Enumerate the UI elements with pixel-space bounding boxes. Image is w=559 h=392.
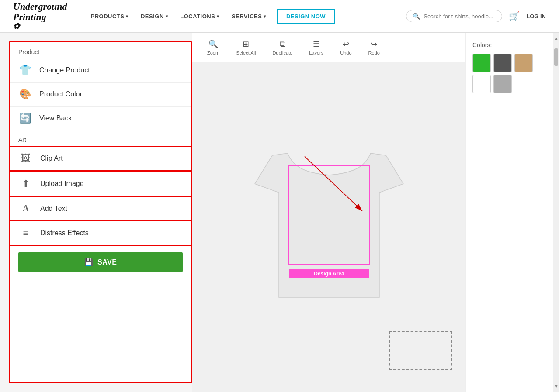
colors-label: Colors: xyxy=(472,41,546,48)
main-layout: Product 👕 Change Product 🎨 Product Color… xyxy=(0,33,559,392)
nav-services[interactable]: SERVICES ▾ xyxy=(226,0,272,33)
toolbar: 🔍 Zoom ⊞ Select All ⧉ Duplicate ☰ Layers… xyxy=(192,33,465,62)
header: Underground Printing ✿ PRODUCTS ▾ DESIGN… xyxy=(0,0,559,33)
save-icon: 💾 xyxy=(84,258,94,266)
text-icon: A xyxy=(19,203,32,213)
chevron-down-icon: ▾ xyxy=(217,14,219,19)
save-button[interactable]: 💾 SAVE xyxy=(18,252,183,272)
colors-panel: Colors: xyxy=(465,33,553,392)
scroll-thumb[interactable] xyxy=(554,48,558,66)
sidebar-item-add-text[interactable]: A Add Text xyxy=(10,196,191,220)
select-all-icon: ⊞ xyxy=(243,39,249,49)
toolbar-layers[interactable]: ☰ Layers xyxy=(303,37,330,58)
change-product-label: Change Product xyxy=(39,66,90,74)
color-swatch-light-gray[interactable] xyxy=(493,75,512,93)
main-nav: PRODUCTS ▾ DESIGN ▾ LOCATIONS ▾ SERVICES… xyxy=(84,0,272,33)
sidebar-item-distress-effects[interactable]: ≡ Distress Effects xyxy=(10,220,191,246)
art-section-label: Art xyxy=(10,130,191,146)
toolbar-select-all[interactable]: ⊞ Select All xyxy=(230,37,262,58)
scroll-track[interactable] xyxy=(553,44,559,381)
search-box[interactable]: 🔍 xyxy=(406,10,502,22)
redo-icon: ↪ xyxy=(371,39,377,49)
upload-image-label: Upload Image xyxy=(40,180,84,188)
search-icon: 🔍 xyxy=(413,13,420,20)
scroll-down-button[interactable]: ▼ xyxy=(551,381,559,392)
header-right: 🔍 🛒 LOG IN xyxy=(406,10,546,22)
view-back-label: View Back xyxy=(39,114,72,122)
tshirt-icon: 👕 xyxy=(18,65,31,76)
color-swatch-white[interactable] xyxy=(472,75,491,93)
design-area-box: Design Area xyxy=(288,165,370,265)
product-section-label: Product xyxy=(10,42,191,58)
cart-icon[interactable]: 🛒 xyxy=(509,11,520,21)
layers-icon: ☰ xyxy=(313,39,320,49)
undo-icon: ↩ xyxy=(343,39,349,49)
sidebar: Product 👕 Change Product 🎨 Product Color… xyxy=(9,41,192,383)
nav-locations[interactable]: LOCATIONS ▾ xyxy=(174,0,226,33)
chevron-down-icon: ▾ xyxy=(166,14,168,19)
design-canvas[interactable]: Design Area xyxy=(192,62,465,392)
rotate-icon: 🔄 xyxy=(18,113,31,124)
nav-design[interactable]: DESIGN ▾ xyxy=(135,0,174,33)
search-input[interactable] xyxy=(424,13,496,20)
distress-effects-label: Distress Effects xyxy=(40,229,89,237)
nav-products[interactable]: PRODUCTS ▾ xyxy=(84,0,134,33)
color-swatches xyxy=(472,54,546,93)
zoom-icon: 🔍 xyxy=(208,39,218,49)
canvas-area: 🔍 Zoom ⊞ Select All ⧉ Duplicate ☰ Layers… xyxy=(192,33,465,392)
color-swatch-green[interactable] xyxy=(472,54,491,72)
sidebar-item-product-color[interactable]: 🎨 Product Color xyxy=(10,82,191,106)
distress-icon: ≡ xyxy=(19,227,32,239)
toolbar-redo[interactable]: ↪ Redo xyxy=(362,37,386,58)
color-swatch-tan[interactable] xyxy=(514,54,533,72)
design-area-label: Design Area xyxy=(289,269,369,278)
sidebar-item-view-back[interactable]: 🔄 View Back xyxy=(10,106,191,130)
toolbar-duplicate[interactable]: ⧉ Duplicate xyxy=(266,38,299,58)
product-color-label: Product Color xyxy=(39,90,82,98)
duplicate-icon: ⧉ xyxy=(280,40,285,49)
upload-icon: ⬆ xyxy=(19,178,32,189)
palette-icon: 🎨 xyxy=(18,89,31,100)
selection-box xyxy=(389,331,452,370)
tshirt-preview: Design Area xyxy=(246,131,412,315)
clipart-icon: 🖼 xyxy=(19,153,32,164)
clip-art-label: Clip Art xyxy=(40,155,63,162)
login-button[interactable]: LOG IN xyxy=(526,13,546,20)
sidebar-item-change-product[interactable]: 👕 Change Product xyxy=(10,58,191,82)
sidebar-item-upload-image[interactable]: ⬆ Upload Image xyxy=(10,171,191,196)
design-now-button[interactable]: DESIGN NOW xyxy=(277,9,335,24)
scrollbar[interactable]: ▲ ▼ xyxy=(553,33,559,392)
toolbar-zoom[interactable]: 🔍 Zoom xyxy=(201,37,226,58)
toolbar-undo[interactable]: ↩ Undo xyxy=(334,37,358,58)
color-swatch-dark-gray[interactable] xyxy=(493,54,512,72)
chevron-down-icon: ▾ xyxy=(264,14,266,19)
chevron-down-icon: ▾ xyxy=(126,14,128,19)
sidebar-item-clip-art[interactable]: 🖼 Clip Art xyxy=(10,146,191,171)
add-text-label: Add Text xyxy=(40,205,67,213)
scroll-up-button[interactable]: ▲ xyxy=(551,33,559,44)
logo: Underground Printing ✿ xyxy=(13,1,67,31)
